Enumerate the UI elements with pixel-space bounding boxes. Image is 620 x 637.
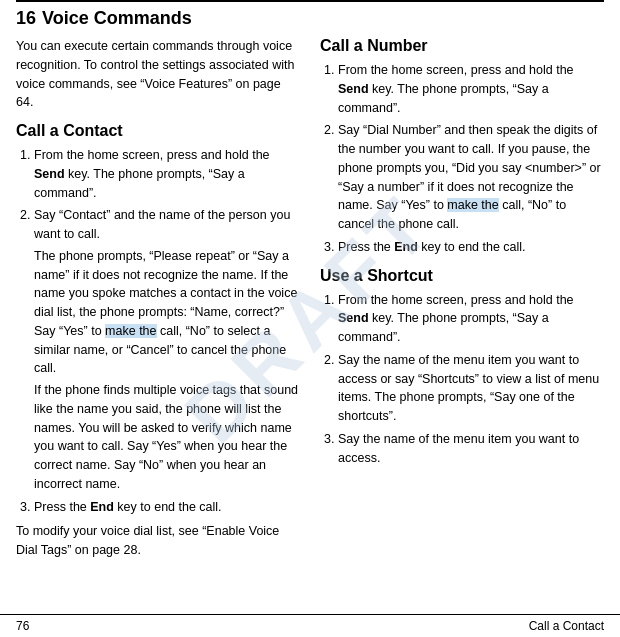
list-item: From the home screen, press and hold the…: [338, 291, 604, 347]
highlight-make-the-2: make the: [447, 198, 498, 212]
call-a-contact-title: Call a Contact: [16, 122, 300, 140]
list-item: Say “Contact” and the name of the person…: [34, 206, 300, 493]
right-column: Call a Number From the home screen, pres…: [320, 33, 604, 614]
footnote-text: To modify your voice dial list, see “Ena…: [16, 522, 300, 560]
list-item: Say “Dial Number” and then speak the dig…: [338, 121, 604, 234]
content-area: You can execute certain commands through…: [0, 33, 620, 614]
chapter-title: Voice Commands: [42, 8, 192, 29]
list-item: Press the End key to end the call.: [34, 498, 300, 517]
send-key-label: Send: [34, 167, 65, 181]
left-column: You can execute certain commands through…: [16, 33, 300, 614]
use-shortcut-list: From the home screen, press and hold the…: [320, 291, 604, 468]
footer-section-label: Call a Contact: [529, 619, 604, 633]
page-header: 16 Voice Commands: [0, 2, 620, 33]
end-key-label: End: [90, 500, 114, 514]
list-item: From the home screen, press and hold the…: [34, 146, 300, 202]
list-item: Say the name of the menu item you want t…: [338, 351, 604, 426]
list-item: Press the End key to end the call.: [338, 238, 604, 257]
page-container: DRAFT 16 Voice Commands You can execute …: [0, 0, 620, 637]
list-item: From the home screen, press and hold the…: [338, 61, 604, 117]
send-key-label-2: Send: [338, 82, 369, 96]
end-key-label-2: End: [394, 240, 418, 254]
highlight-make-the: make the: [105, 324, 156, 338]
call-number-list: From the home screen, press and hold the…: [320, 61, 604, 257]
call-contact-list: From the home screen, press and hold the…: [16, 146, 300, 516]
list-item: Say the name of the menu item you want t…: [338, 430, 604, 468]
call-a-number-title: Call a Number: [320, 37, 604, 55]
use-a-shortcut-title: Use a Shortcut: [320, 267, 604, 285]
chapter-number: 16: [16, 8, 36, 29]
sub-para-2: If the phone finds multiple voice tags t…: [34, 381, 300, 494]
send-key-label-3: Send: [338, 311, 369, 325]
footer-page-number: 76: [16, 619, 29, 633]
page-footer: 76 Call a Contact: [0, 614, 620, 637]
intro-text: You can execute certain commands through…: [16, 37, 300, 112]
sub-para-1: The phone prompts, “Please repeat” or “S…: [34, 247, 300, 378]
